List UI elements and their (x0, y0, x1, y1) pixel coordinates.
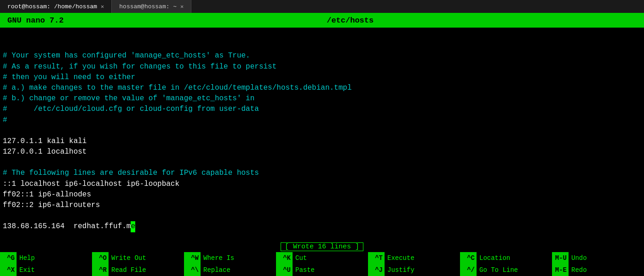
shortcut-label-1-3: Paste (293, 266, 317, 274)
tab-1-label: root@hossam: /home/hossam (7, 3, 97, 10)
shortcut-bar: ^GHelp^OWrite Out^WWhere Is^KCut^TExecut… (0, 252, 644, 276)
editor-line (3, 157, 641, 168)
editor-line: # The following lines are desirable for … (3, 168, 641, 178)
shortcut-key-0-2: ^W (184, 252, 201, 264)
editor-line: 127.0.1.1 kali kali (3, 136, 641, 147)
shortcut-row-1: ^XExit^RRead File^\Replace^UPaste^JJusti… (0, 264, 644, 276)
tab-1-close[interactable]: ✕ (101, 3, 104, 10)
shortcut-label-1-1: Read File (109, 266, 149, 274)
editor-line: # (3, 115, 641, 126)
shortcut-label-1-4: Justify (385, 266, 417, 274)
shortcut-key-0-0: ^G (0, 252, 17, 264)
shortcut-label-1-5: Go To Line (477, 266, 521, 274)
shortcut-key-1-2: ^\ (184, 264, 201, 276)
shortcut-label-1-0: Exit (17, 266, 38, 274)
shortcut-item-0-1[interactable]: ^OWrite Out (92, 252, 184, 264)
shortcut-label-0-5: Location (477, 254, 513, 262)
shortcut-item-0-6[interactable]: M-UUndo (552, 252, 644, 264)
shortcut-item-0-2[interactable]: ^WWhere Is (184, 252, 276, 264)
editor-line: # Your system has configured 'manage_etc… (3, 51, 641, 61)
editor-line: 127.0.0.1 localhost (3, 147, 641, 157)
shortcut-label-0-3: Cut (293, 254, 310, 262)
shortcut-key-1-1: ^R (92, 264, 109, 276)
status-bar: [ Wrote 16 lines ] (0, 242, 644, 252)
shortcut-key-0-4: ^T (368, 252, 385, 264)
shortcut-item-1-1[interactable]: ^RRead File (92, 264, 184, 276)
shortcut-row-0: ^GHelp^OWrite Out^WWhere Is^KCut^TExecut… (0, 252, 644, 264)
file-name: /etc/hosts (63, 16, 637, 25)
title-bar: GNU nano 7.2 /etc/hosts (0, 13, 644, 28)
editor-line: ff02::1 ip6-allnodes (3, 190, 641, 200)
shortcut-label-0-2: Where Is (201, 254, 237, 262)
shortcut-key-1-3: ^U (276, 264, 293, 276)
shortcut-key-1-4: ^J (368, 264, 385, 276)
main-content: GNU nano 7.2 /etc/hosts # Your system ha… (0, 13, 644, 276)
shortcut-key-0-5: ^C (460, 252, 477, 264)
editor-line: ff02::2 ip6-allrouters (3, 200, 641, 211)
shortcut-key-0-1: ^O (92, 252, 109, 264)
shortcut-item-1-3[interactable]: ^UPaste (276, 264, 368, 276)
editor-line: # b.) change or remove the value of 'man… (3, 93, 641, 104)
shortcut-item-1-5[interactable]: ^/Go To Line (460, 264, 552, 276)
editor-line: # a.) make changes to the master file in… (3, 83, 641, 93)
tab-bar: root@hossam: /home/hossam ✕ hossam@hossa… (0, 0, 644, 13)
editor-line: # then you will need to either (3, 72, 641, 83)
shortcut-label-0-1: Write Out (109, 254, 149, 262)
app-name: GNU nano 7.2 (7, 16, 63, 25)
shortcut-item-0-3[interactable]: ^KCut (276, 252, 368, 264)
editor-line: ::1 localhost ip6-localhost ip6-loopback (3, 179, 641, 190)
shortcut-item-1-0[interactable]: ^XExit (0, 264, 92, 276)
tab-2-close[interactable]: ✕ (180, 3, 184, 10)
editor-line (3, 126, 641, 136)
tab-2-label: hossam@hossam: ~ (119, 3, 177, 10)
shortcut-label-0-4: Execute (385, 254, 417, 262)
shortcut-label-1-2: Replace (201, 266, 233, 274)
shortcut-label-1-6: Redo (569, 266, 590, 274)
shortcut-key-1-6: M-E (552, 264, 569, 276)
shortcut-key-1-5: ^/ (460, 264, 477, 276)
shortcut-item-0-0[interactable]: ^GHelp (0, 252, 92, 264)
shortcut-key-0-3: ^K (276, 252, 293, 264)
shortcut-item-0-5[interactable]: ^CLocation (460, 252, 552, 264)
shortcut-key-1-0: ^X (0, 264, 17, 276)
shortcut-label-0-6: Undo (569, 254, 590, 262)
tab-2[interactable]: hossam@hossam: ~ ✕ (112, 0, 191, 13)
tab-1[interactable]: root@hossam: /home/hossam ✕ (0, 0, 112, 13)
text-cursor: e (131, 221, 135, 232)
shortcut-item-1-6[interactable]: M-ERedo (552, 264, 644, 276)
shortcut-item-0-4[interactable]: ^TExecute (368, 252, 460, 264)
shortcut-label-0-0: Help (17, 254, 38, 262)
editor-line: # /etc/cloud/cloud.cfg or cloud-config f… (3, 104, 641, 115)
editor[interactable]: # Your system has configured 'manage_etc… (0, 28, 644, 242)
shortcut-item-1-2[interactable]: ^\Replace (184, 264, 276, 276)
editor-line: # As a result, if you wish for changes t… (3, 62, 641, 72)
shortcut-item-1-4[interactable]: ^JJustify (368, 264, 460, 276)
editor-line (3, 211, 641, 221)
shortcut-key-0-6: M-U (552, 252, 569, 264)
editor-line: 138.68.165.164 redhat.ffuf.me (3, 221, 641, 232)
status-message: [ Wrote 16 lines ] (281, 242, 363, 251)
